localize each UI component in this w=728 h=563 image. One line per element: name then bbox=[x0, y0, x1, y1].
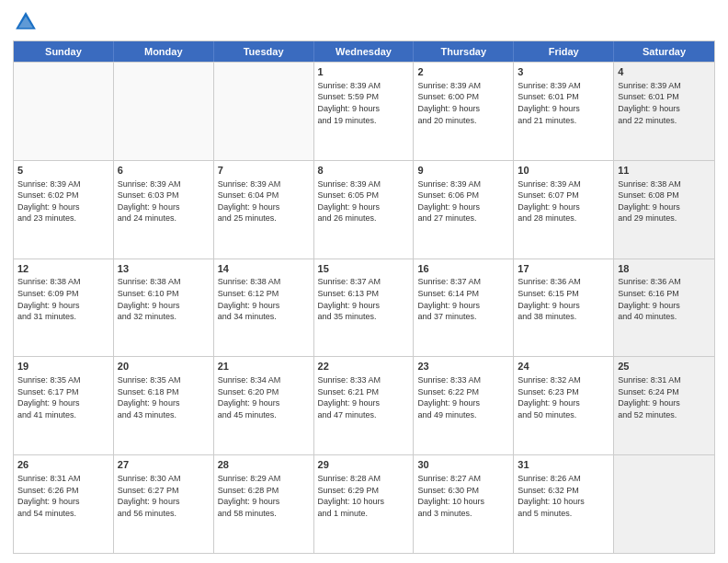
calendar-cell: 16Sunrise: 8:37 AM Sunset: 6:14 PM Dayli… bbox=[414, 259, 514, 357]
day-number: 1 bbox=[318, 65, 410, 79]
day-number: 28 bbox=[218, 458, 310, 472]
weekday-header: Saturday bbox=[614, 41, 714, 62]
calendar-cell: 24Sunrise: 8:32 AM Sunset: 6:23 PM Dayli… bbox=[514, 357, 614, 454]
calendar-row: 26Sunrise: 8:31 AM Sunset: 6:26 PM Dayli… bbox=[14, 454, 714, 553]
day-number: 21 bbox=[218, 360, 310, 373]
cell-details: Sunrise: 8:36 AM Sunset: 6:15 PM Dayligh… bbox=[518, 276, 609, 322]
day-number: 4 bbox=[618, 65, 711, 79]
cell-details: Sunrise: 8:39 AM Sunset: 6:01 PM Dayligh… bbox=[618, 80, 711, 126]
day-number: 29 bbox=[318, 458, 410, 472]
calendar-cell: 15Sunrise: 8:37 AM Sunset: 6:13 PM Dayli… bbox=[314, 259, 415, 357]
calendar-cell: 9Sunrise: 8:39 AM Sunset: 6:06 PM Daylig… bbox=[414, 161, 514, 259]
weekday-header: Tuesday bbox=[214, 41, 314, 62]
weekday-header: Wednesday bbox=[314, 41, 415, 62]
cell-details: Sunrise: 8:29 AM Sunset: 6:28 PM Dayligh… bbox=[218, 473, 310, 519]
day-number: 8 bbox=[318, 164, 410, 178]
cell-details: Sunrise: 8:38 AM Sunset: 6:10 PM Dayligh… bbox=[118, 276, 210, 322]
calendar-cell bbox=[214, 63, 314, 160]
day-number: 19 bbox=[17, 360, 109, 373]
cell-details: Sunrise: 8:26 AM Sunset: 6:32 PM Dayligh… bbox=[518, 473, 609, 519]
calendar-cell: 2Sunrise: 8:39 AM Sunset: 6:00 PM Daylig… bbox=[414, 63, 514, 160]
calendar-cell: 7Sunrise: 8:39 AM Sunset: 6:04 PM Daylig… bbox=[214, 161, 314, 259]
day-number: 9 bbox=[417, 164, 509, 178]
day-number: 15 bbox=[318, 262, 410, 276]
logo bbox=[13, 9, 42, 35]
day-number: 17 bbox=[518, 262, 609, 276]
day-number: 7 bbox=[218, 164, 310, 178]
day-number: 22 bbox=[318, 360, 410, 373]
calendar-cell bbox=[114, 63, 214, 160]
cell-details: Sunrise: 8:38 AM Sunset: 6:12 PM Dayligh… bbox=[218, 276, 310, 322]
day-number: 14 bbox=[218, 262, 310, 276]
cell-details: Sunrise: 8:39 AM Sunset: 6:01 PM Dayligh… bbox=[518, 80, 609, 126]
cell-details: Sunrise: 8:28 AM Sunset: 6:29 PM Dayligh… bbox=[318, 473, 410, 519]
day-number: 3 bbox=[518, 65, 609, 79]
calendar-cell: 14Sunrise: 8:38 AM Sunset: 6:12 PM Dayli… bbox=[214, 259, 314, 357]
day-number: 31 bbox=[518, 458, 609, 472]
cell-details: Sunrise: 8:30 AM Sunset: 6:27 PM Dayligh… bbox=[118, 473, 210, 519]
cell-details: Sunrise: 8:38 AM Sunset: 6:09 PM Dayligh… bbox=[17, 276, 109, 322]
cell-details: Sunrise: 8:39 AM Sunset: 6:06 PM Dayligh… bbox=[417, 178, 509, 224]
day-number: 13 bbox=[118, 262, 210, 276]
weekday-header: Sunday bbox=[14, 41, 114, 62]
cell-details: Sunrise: 8:31 AM Sunset: 6:26 PM Dayligh… bbox=[17, 473, 109, 519]
day-number: 2 bbox=[417, 65, 509, 79]
calendar-row: 1Sunrise: 8:39 AM Sunset: 5:59 PM Daylig… bbox=[14, 62, 714, 160]
cell-details: Sunrise: 8:39 AM Sunset: 6:02 PM Dayligh… bbox=[17, 178, 109, 224]
cell-details: Sunrise: 8:35 AM Sunset: 6:18 PM Dayligh… bbox=[118, 374, 210, 420]
weekday-header: Thursday bbox=[414, 41, 514, 62]
cell-details: Sunrise: 8:39 AM Sunset: 6:04 PM Dayligh… bbox=[218, 178, 310, 224]
calendar-row: 5Sunrise: 8:39 AM Sunset: 6:02 PM Daylig… bbox=[14, 160, 714, 259]
calendar-cell: 17Sunrise: 8:36 AM Sunset: 6:15 PM Dayli… bbox=[514, 259, 614, 357]
calendar-cell: 18Sunrise: 8:36 AM Sunset: 6:16 PM Dayli… bbox=[614, 259, 714, 357]
day-number: 18 bbox=[618, 262, 711, 276]
day-number: 25 bbox=[618, 360, 711, 373]
day-number: 30 bbox=[417, 458, 509, 472]
calendar-cell bbox=[14, 63, 114, 160]
calendar-cell: 3Sunrise: 8:39 AM Sunset: 6:01 PM Daylig… bbox=[514, 63, 614, 160]
day-number: 5 bbox=[17, 164, 109, 178]
calendar-cell: 20Sunrise: 8:35 AM Sunset: 6:18 PM Dayli… bbox=[114, 357, 214, 454]
calendar-cell: 12Sunrise: 8:38 AM Sunset: 6:09 PM Dayli… bbox=[14, 259, 114, 357]
cell-details: Sunrise: 8:31 AM Sunset: 6:24 PM Dayligh… bbox=[618, 374, 711, 420]
day-number: 10 bbox=[518, 164, 609, 178]
weekday-header: Friday bbox=[514, 41, 614, 62]
day-number: 24 bbox=[518, 360, 609, 373]
cell-details: Sunrise: 8:33 AM Sunset: 6:21 PM Dayligh… bbox=[318, 374, 410, 420]
calendar-cell: 30Sunrise: 8:27 AM Sunset: 6:30 PM Dayli… bbox=[414, 455, 514, 553]
calendar-cell: 13Sunrise: 8:38 AM Sunset: 6:10 PM Dayli… bbox=[114, 259, 214, 357]
calendar-cell: 27Sunrise: 8:30 AM Sunset: 6:27 PM Dayli… bbox=[114, 455, 214, 553]
day-number: 16 bbox=[417, 262, 509, 276]
cell-details: Sunrise: 8:37 AM Sunset: 6:14 PM Dayligh… bbox=[417, 276, 509, 322]
cell-details: Sunrise: 8:35 AM Sunset: 6:17 PM Dayligh… bbox=[17, 374, 109, 420]
cell-details: Sunrise: 8:27 AM Sunset: 6:30 PM Dayligh… bbox=[417, 473, 509, 519]
cell-details: Sunrise: 8:39 AM Sunset: 6:03 PM Dayligh… bbox=[118, 178, 210, 224]
calendar-cell: 29Sunrise: 8:28 AM Sunset: 6:29 PM Dayli… bbox=[314, 455, 415, 553]
calendar-cell: 4Sunrise: 8:39 AM Sunset: 6:01 PM Daylig… bbox=[614, 63, 714, 160]
logo-icon bbox=[13, 9, 39, 35]
calendar-cell: 19Sunrise: 8:35 AM Sunset: 6:17 PM Dayli… bbox=[14, 357, 114, 454]
day-number: 23 bbox=[417, 360, 509, 373]
cell-details: Sunrise: 8:39 AM Sunset: 6:05 PM Dayligh… bbox=[318, 178, 410, 224]
cell-details: Sunrise: 8:39 AM Sunset: 5:59 PM Dayligh… bbox=[318, 80, 410, 126]
cell-details: Sunrise: 8:36 AM Sunset: 6:16 PM Dayligh… bbox=[618, 276, 711, 322]
calendar-cell: 28Sunrise: 8:29 AM Sunset: 6:28 PM Dayli… bbox=[214, 455, 314, 553]
calendar-row: 12Sunrise: 8:38 AM Sunset: 6:09 PM Dayli… bbox=[14, 259, 714, 357]
day-number: 6 bbox=[118, 164, 210, 178]
calendar-cell: 6Sunrise: 8:39 AM Sunset: 6:03 PM Daylig… bbox=[114, 161, 214, 259]
calendar-cell: 22Sunrise: 8:33 AM Sunset: 6:21 PM Dayli… bbox=[314, 357, 415, 454]
calendar-cell: 31Sunrise: 8:26 AM Sunset: 6:32 PM Dayli… bbox=[514, 455, 614, 553]
calendar-cell: 8Sunrise: 8:39 AM Sunset: 6:05 PM Daylig… bbox=[314, 161, 415, 259]
cell-details: Sunrise: 8:39 AM Sunset: 6:00 PM Dayligh… bbox=[417, 80, 509, 126]
cell-details: Sunrise: 8:33 AM Sunset: 6:22 PM Dayligh… bbox=[417, 374, 509, 420]
cell-details: Sunrise: 8:32 AM Sunset: 6:23 PM Dayligh… bbox=[518, 374, 609, 420]
weekday-header: Monday bbox=[114, 41, 214, 62]
calendar-cell: 11Sunrise: 8:38 AM Sunset: 6:08 PM Dayli… bbox=[614, 161, 714, 259]
calendar-cell: 21Sunrise: 8:34 AM Sunset: 6:20 PM Dayli… bbox=[214, 357, 314, 454]
page: SundayMondayTuesdayWednesdayThursdayFrid… bbox=[0, 0, 728, 563]
day-number: 11 bbox=[618, 164, 711, 178]
cell-details: Sunrise: 8:34 AM Sunset: 6:20 PM Dayligh… bbox=[218, 374, 310, 420]
day-number: 12 bbox=[17, 262, 109, 276]
day-number: 26 bbox=[17, 458, 109, 472]
cell-details: Sunrise: 8:39 AM Sunset: 6:07 PM Dayligh… bbox=[518, 178, 609, 224]
